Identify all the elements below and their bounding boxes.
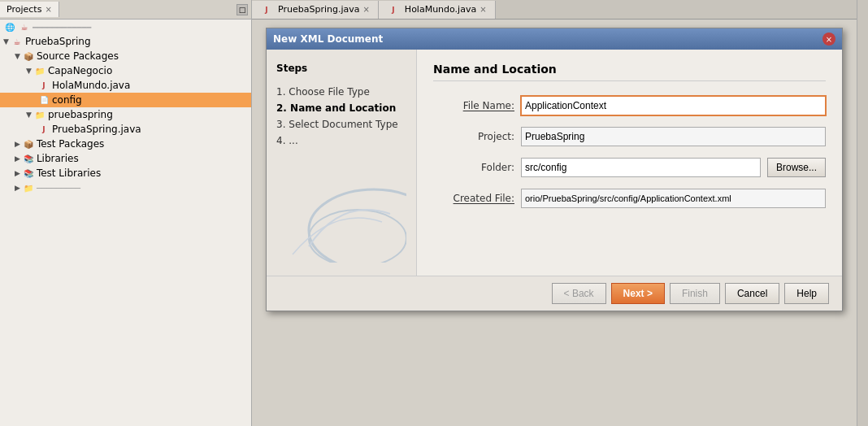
test-pkg-icon: 📦 <box>22 137 35 150</box>
step-1-num: 1. <box>276 86 285 98</box>
projects-tab-close[interactable]: × <box>45 5 51 14</box>
tree-item-test-packages[interactable]: ▶ 📦 Test Packages <box>0 137 251 151</box>
java2-icon: J <box>37 123 50 136</box>
browse-button[interactable]: Browse... <box>767 158 826 177</box>
step-2-num: 2. <box>276 102 287 114</box>
watermark-svg <box>276 165 406 263</box>
step-4-label: ... <box>289 135 297 146</box>
arrow-collapsed2: ▶ <box>15 154 20 163</box>
tree-label-config: config <box>52 94 82 106</box>
tree-label-pruebaspring-java: PruebaSpring.java <box>52 124 141 135</box>
project-tree: 🌐 ☕ ━━━━━━━━━━━━ ▼ ☕ PruebaSpring ▼ 📦 So… <box>0 20 251 426</box>
projects-tab[interactable]: Projects × <box>0 2 59 17</box>
file-name-row: File Name: <box>433 96 826 115</box>
dialog-footer: < Back Next > Finish Cancel Help <box>267 276 842 311</box>
java-tab-icon: J <box>260 3 273 16</box>
tree-label-pruebaspring: PruebaSpring <box>25 36 91 47</box>
folder-icon: 📁 <box>33 64 46 77</box>
tree-label-holamundo: HolaMundo.java <box>52 80 130 91</box>
config-icon: 📄 <box>37 93 50 106</box>
folder-input[interactable] <box>521 158 761 177</box>
step-3-label: Select Document Type <box>289 119 397 130</box>
tree-item-source-packages[interactable]: ▼ 📦 Source Packages <box>0 49 251 63</box>
tree-item-pruebaspring-pkg[interactable]: ▼ 📁 pruebaspring <box>0 107 251 122</box>
arrow-bottom: ▶ <box>15 184 20 192</box>
tree-toolbar: 🌐 ☕ ━━━━━━━━━━━━ <box>0 20 251 34</box>
tree-item-bottom: ▶ 📁 ───────── <box>0 180 251 195</box>
package2-icon: 📁 <box>33 108 46 121</box>
help-button[interactable]: Help <box>784 283 829 304</box>
scrollbar[interactable] <box>857 0 868 426</box>
tree-item-capanegocio[interactable]: ▼ 📁 CapaNegocio <box>0 63 251 78</box>
watermark <box>276 165 406 263</box>
step-3-num: 3. <box>276 119 285 130</box>
folder-row: Folder: Browse... <box>433 158 826 177</box>
editor-area: J PruebaSpring.java × J HolaMundo.java ×… <box>252 0 857 426</box>
folder-label: Folder: <box>433 162 514 173</box>
unknown-icon: 📁 <box>22 181 35 194</box>
arrow-collapsed3: ▶ <box>15 169 20 177</box>
tree-label-test-packages: Test Packages <box>37 138 104 150</box>
tree-label-bottom: ───────── <box>37 184 80 193</box>
editor-tab-bar: J PruebaSpring.java × J HolaMundo.java × <box>252 0 857 20</box>
finish-button[interactable]: Finish <box>670 283 720 304</box>
step-4-num: 4. <box>276 135 285 146</box>
globe-icon: 🌐 <box>3 20 16 33</box>
tree-item-test-libraries[interactable]: ▶ 📚 Test Libraries <box>0 166 251 180</box>
tree-label-source-packages: Source Packages <box>37 50 119 62</box>
step-1: 1. Choose File Type <box>276 84 406 100</box>
tab-bar: Projects × □ <box>0 0 251 20</box>
editor-tab-holamundo-label: HolaMundo.java <box>405 4 476 15</box>
tree-label-test-libraries: Test Libraries <box>37 167 101 179</box>
project-row: Project: <box>433 127 826 146</box>
editor-tab-holamundo-close[interactable]: × <box>480 5 486 14</box>
testlib-icon: 📚 <box>22 167 35 180</box>
arrow-expand: ▼ <box>26 111 32 119</box>
project-input <box>521 127 826 146</box>
tree-item-libraries[interactable]: ▶ 📚 Libraries <box>0 151 251 166</box>
step-2: 2. Name and Location <box>276 100 406 116</box>
project-icon: ☕ <box>11 35 24 48</box>
editor-tab-pruebaspring-close[interactable]: × <box>362 5 369 14</box>
cancel-button[interactable]: Cancel <box>725 283 779 304</box>
created-file-label: Created File: <box>433 193 514 204</box>
tree-item-holamundo[interactable]: J HolaMundo.java <box>0 78 251 93</box>
projects-tab-label: Projects <box>7 4 41 15</box>
tree-label-pruebaspring-pkg: pruebaspring <box>48 109 113 120</box>
dialog-body: Steps 1. Choose File Type 2. Name and Lo… <box>267 50 842 276</box>
content-panel: Name and Location File Name: Project: Fo… <box>417 50 842 276</box>
package-icon: 📦 <box>22 50 35 63</box>
steps-title: Steps <box>276 63 406 74</box>
tab-controls: □ <box>237 4 251 15</box>
arrow-expand: ▼ <box>3 37 9 46</box>
next-button[interactable]: Next > <box>611 283 665 304</box>
editor-tab-pruebaspring-label: PruebaSpring.java <box>278 4 359 15</box>
tree-item-pruebaspring-java[interactable]: J PruebaSpring.java <box>0 122 251 137</box>
back-button[interactable]: < Back <box>552 283 606 304</box>
steps-panel: Steps 1. Choose File Type 2. Name and Lo… <box>267 50 417 276</box>
dialog-titlebar: New XML Document × <box>267 28 842 50</box>
editor-tab-pruebaspring[interactable]: J PruebaSpring.java × <box>252 1 379 19</box>
file-name-label: File Name: <box>433 100 514 111</box>
tree-item-pruebaspring[interactable]: ▼ ☕ PruebaSpring <box>0 34 251 49</box>
spring-icon: ☕ <box>18 20 31 33</box>
step-1-label: Choose File Type <box>289 86 370 98</box>
step-2-label: Name and Location <box>290 102 396 114</box>
file-name-input[interactable] <box>521 96 826 115</box>
created-file-input <box>521 189 826 208</box>
dialog-title: New XML Document <box>273 33 383 45</box>
arrow-expand: ▼ <box>15 52 20 60</box>
lib-icon: 📚 <box>22 152 35 165</box>
tree-label-libraries: Libraries <box>37 153 79 164</box>
minimize-btn[interactable]: □ <box>237 4 248 15</box>
created-file-row: Created File: <box>433 189 826 208</box>
arrow-expand: ▼ <box>26 67 32 75</box>
step-4: 4. ... <box>276 133 406 149</box>
editor-tab-holamundo[interactable]: J HolaMundo.java × <box>379 1 496 19</box>
arrow-collapsed: ▶ <box>15 140 20 148</box>
tree-item-config[interactable]: 📄 config <box>0 93 251 107</box>
dialog-close-button[interactable]: × <box>822 33 835 46</box>
new-xml-dialog: New XML Document × Steps 1. Choose File … <box>266 28 843 311</box>
content-title: Name and Location <box>433 63 826 81</box>
dialog-overlay: New XML Document × Steps 1. Choose File … <box>252 20 857 426</box>
